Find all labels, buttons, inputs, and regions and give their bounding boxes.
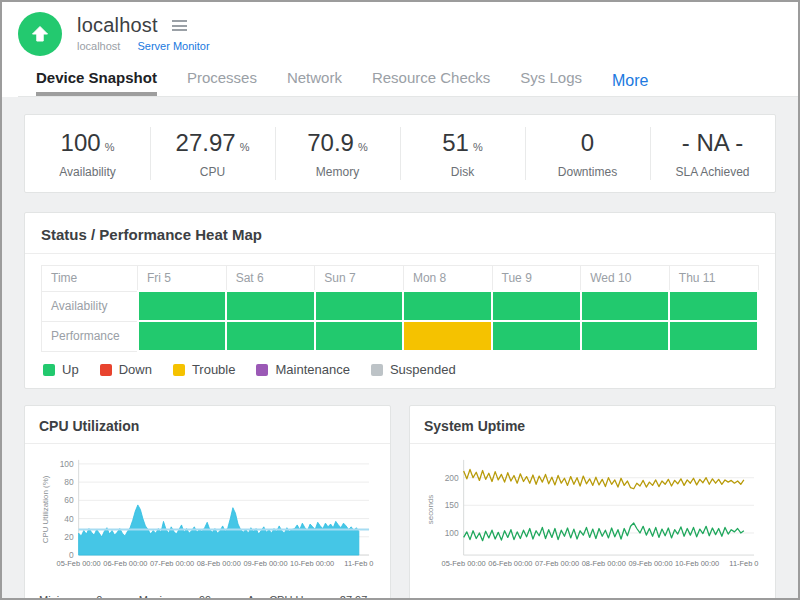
maintenance-color-chip	[256, 364, 268, 376]
svg-text:100: 100	[445, 528, 459, 538]
svg-text:05-Feb 00:00: 05-Feb 00:00	[442, 559, 486, 568]
trouble-color-chip	[173, 364, 185, 376]
heatmap-row: Availability	[42, 291, 759, 321]
svg-text:CPU Utilization (%): CPU Utilization (%)	[41, 475, 50, 543]
tab-resource-checks[interactable]: Resource Checks	[372, 69, 490, 96]
heatmap-cell-tue-9	[492, 291, 581, 321]
availability-label: Availability	[25, 165, 150, 179]
heatmap-col-fri5: Fri 5	[138, 266, 227, 292]
heatmap-row: Performance	[42, 321, 759, 351]
svg-text:100: 100	[60, 459, 74, 469]
memory-label: Memory	[275, 165, 400, 179]
heatmap-row-label: Availability	[42, 291, 138, 321]
up-color-chip	[43, 364, 55, 376]
heatmap-cell-tue-9	[492, 321, 581, 351]
svg-text:11-Feb 0: 11-Feb 0	[344, 559, 373, 568]
heatmap-cell-fri-5	[138, 321, 227, 351]
content-area: 100% Availability 27.97% CPU 70.9% Memor…	[2, 97, 798, 600]
cpu-chart-footer: Minimum = 0 % Maximum = 99 % Avg CPU Usa…	[39, 594, 376, 600]
heatmap-col-sun7: Sun 7	[315, 266, 404, 292]
hamburger-menu-icon[interactable]	[171, 15, 188, 37]
heatmap-header-row: Time Fri 5 Sat 6 Sun 7 Mon 8 Tue 9 Wed 1…	[42, 266, 759, 292]
availability-value: 100	[61, 129, 101, 156]
cpu-maximum: Maximum = 99 %	[139, 594, 222, 600]
cpu-label: CPU	[150, 165, 275, 179]
heatmap-table: Time Fri 5 Sat 6 Sun 7 Mon 8 Tue 9 Wed 1…	[41, 265, 759, 352]
heatmap-col-time: Time	[42, 266, 138, 292]
heatmap-card: Status / Performance Heat Map Time Fri 5…	[24, 212, 776, 389]
svg-text:seconds: seconds	[426, 495, 435, 524]
cpu-utilization-chart: 020406080100CPU Utilization (%)05-Feb 00…	[39, 450, 376, 591]
disk-unit: %	[473, 141, 483, 153]
heatmap-cell-sun-7	[315, 321, 404, 351]
heatmap-cell-mon-8	[403, 321, 492, 351]
down-color-chip	[100, 364, 112, 376]
heatmap-cell-sun-7	[315, 291, 404, 321]
svg-text:08-Feb 00:00: 08-Feb 00:00	[582, 559, 626, 568]
heatmap-col-sat6: Sat 6	[226, 266, 315, 292]
stat-cpu: 27.97% CPU	[150, 115, 275, 192]
cpu-unit: %	[240, 141, 250, 153]
app-window: localhost localhost Server Monitor Devic…	[0, 0, 800, 600]
heatmap-legend-maintenance: Maintenance	[256, 362, 349, 377]
heatmap-cell-thu-11	[669, 291, 758, 321]
svg-text:10-Feb 00:00: 10-Feb 00:00	[290, 559, 334, 568]
sla-label: SLA Achieved	[650, 165, 775, 179]
legend-label: Suspended	[390, 362, 456, 377]
svg-text:06-Feb 00:00: 06-Feb 00:00	[488, 559, 532, 568]
disk-value: 51	[442, 129, 469, 156]
heatmap-cell-wed-10	[581, 321, 670, 351]
heatmap-col-tue9: Tue 9	[492, 266, 581, 292]
heatmap-col-mon8: Mon 8	[403, 266, 492, 292]
disk-label: Disk	[400, 165, 525, 179]
tab-network[interactable]: Network	[287, 69, 342, 96]
cpu-average: Avg CPU Usage = 27.97 %	[247, 594, 376, 600]
cpu-utilization-card: CPU Utilization 020406080100CPU Utilizat…	[24, 405, 391, 600]
heatmap-legend-down: Down	[100, 362, 152, 377]
heatmap-cell-sat-6	[226, 321, 315, 351]
svg-text:09-Feb 00:00: 09-Feb 00:00	[628, 559, 672, 568]
sla-value: - NA -	[682, 129, 743, 156]
system-uptime-chart: 100150200seconds05-Feb 00:0006-Feb 00:00…	[424, 450, 761, 591]
system-uptime-card: System Uptime 100150200seconds05-Feb 00:…	[409, 405, 776, 600]
svg-text:08-Feb 00:00: 08-Feb 00:00	[197, 559, 241, 568]
heatmap-cell-mon-8	[403, 291, 492, 321]
breadcrumb-host: localhost	[77, 40, 120, 52]
legend-label: Maintenance	[275, 362, 349, 377]
svg-text:09-Feb 00:00: 09-Feb 00:00	[243, 559, 287, 568]
stats-strip: 100% Availability 27.97% CPU 70.9% Memor…	[24, 114, 776, 193]
svg-text:200: 200	[445, 473, 459, 483]
svg-text:10-Feb 00:00: 10-Feb 00:00	[675, 559, 719, 568]
legend-label: Up	[62, 362, 79, 377]
tab-bar: Device Snapshot Processes Network Resour…	[18, 56, 798, 97]
legend-label: Trouble	[192, 362, 236, 377]
heatmap-cell-sat-6	[226, 291, 315, 321]
tab-more[interactable]: More	[612, 72, 648, 96]
svg-text:05-Feb 00:00: 05-Feb 00:00	[57, 559, 101, 568]
device-status-avatar	[18, 12, 62, 56]
cpu-value: 27.97	[176, 129, 236, 156]
tab-processes[interactable]: Processes	[187, 69, 257, 96]
heatmap-legend-suspended: Suspended	[371, 362, 456, 377]
tab-sys-logs[interactable]: Sys Logs	[520, 69, 582, 96]
svg-text:07-Feb 00:00: 07-Feb 00:00	[150, 559, 194, 568]
svg-text:07-Feb 00:00: 07-Feb 00:00	[535, 559, 579, 568]
svg-text:20: 20	[64, 532, 74, 542]
heatmap-cell-thu-11	[669, 321, 758, 351]
memory-value: 70.9	[307, 129, 354, 156]
heatmap-row-label: Performance	[42, 321, 138, 351]
heatmap-cell-wed-10	[581, 291, 670, 321]
svg-text:60: 60	[64, 495, 74, 505]
suspended-color-chip	[371, 364, 383, 376]
tab-device-snapshot[interactable]: Device Snapshot	[36, 69, 157, 96]
svg-text:11-Feb 0: 11-Feb 0	[729, 559, 758, 568]
stat-availability: 100% Availability	[25, 115, 150, 192]
cpu-minimum: Minimum = 0 %	[39, 594, 113, 600]
stat-sla: - NA - SLA Achieved	[650, 115, 775, 192]
heatmap-title: Status / Performance Heat Map	[25, 226, 775, 254]
up-arrow-icon	[28, 22, 52, 46]
downtimes-value: 0	[581, 129, 594, 156]
heatmap-legend-up: Up	[43, 362, 79, 377]
header: localhost localhost Server Monitor Devic…	[2, 2, 798, 97]
monitor-type-link[interactable]: Server Monitor	[137, 40, 209, 52]
